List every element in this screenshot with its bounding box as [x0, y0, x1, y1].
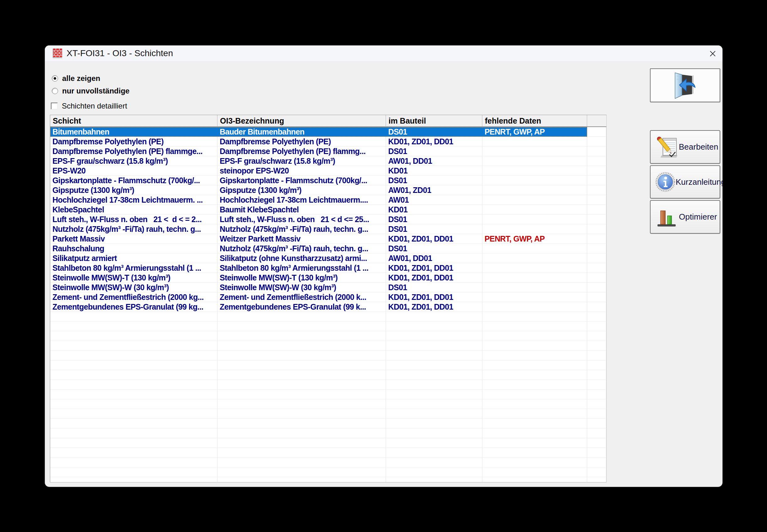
table-row[interactable] [50, 419, 606, 428]
cell-schicht [50, 438, 217, 448]
table-row[interactable]: Dampfbremse Polyethylen (PE) flammge... … [50, 146, 606, 156]
cell-fehlende-daten [482, 156, 587, 166]
cell-im-bauteil: DS01 [386, 244, 482, 253]
table-row[interactable] [50, 341, 606, 351]
table-row[interactable] [50, 428, 606, 438]
cell-spacer [587, 215, 606, 224]
info-icon [655, 172, 676, 192]
table-header: Schicht OI3-Bezeichnung im Bauteil fehle… [50, 115, 606, 127]
checkbox-schichten-detailliert[interactable] [51, 103, 58, 109]
table-row[interactable] [50, 380, 606, 390]
cell-schicht [50, 380, 217, 390]
table-row[interactable]: KlebeSpachtel Baumit KlebeSpachtel KD01 [50, 205, 606, 215]
cell-schicht: Zementgebundenes EPS-Granulat (99 kg... [50, 302, 217, 312]
cell-spacer [587, 322, 606, 331]
table-row[interactable] [50, 370, 606, 380]
table-row[interactable]: Steinwolle MW(SW)-T (130 kg/m³) Steinwol… [50, 273, 606, 283]
cell-spacer [587, 253, 606, 263]
cell-schicht [50, 399, 217, 409]
table-row[interactable] [50, 399, 606, 409]
radio-nur-unvollstaendige-label[interactable]: nur unvollständige [62, 87, 130, 95]
table-row[interactable] [50, 322, 606, 331]
table-row[interactable]: Silikatputz armiert Silikatputz (ohne Ku… [50, 253, 606, 263]
table-row[interactable]: Steinwolle MW(SW)-W (30 kg/m³) Steinwoll… [50, 283, 606, 292]
cell-spacer [587, 302, 606, 312]
cell-schicht [50, 341, 217, 351]
cell-oi3-bezeichnung [217, 370, 386, 380]
table-row[interactable] [50, 331, 606, 341]
cell-spacer [587, 292, 606, 302]
table-row[interactable]: EPS-W20 steinopor EPS-W20 KD01 [50, 166, 606, 176]
radio-alle-zeigen-label[interactable]: alle zeigen [62, 74, 100, 83]
column-header-oi3-bezeichnung[interactable]: OI3-Bezeichnung [217, 115, 386, 127]
radio-alle-zeigen[interactable] [52, 75, 58, 82]
cell-oi3-bezeichnung: Weitzer Parkett Massiv [217, 234, 386, 244]
cell-fehlende-daten [482, 341, 587, 351]
table-row[interactable]: Nutzholz (475kg/m³ -Fi/Ta) rauh, techn. … [50, 224, 606, 234]
cell-spacer [587, 399, 606, 409]
table-row[interactable] [50, 351, 606, 360]
cell-fehlende-daten [482, 370, 587, 380]
cell-oi3-bezeichnung [217, 467, 386, 477]
cell-fehlende-daten [482, 438, 587, 448]
cell-schicht [50, 312, 217, 322]
column-header-im-bauteil[interactable]: im Bauteil [386, 115, 482, 127]
table-row[interactable] [50, 477, 606, 482]
app-window: XT-FOI31 - OI3 - Schichten alle zeigen n… [45, 45, 722, 487]
cell-schicht: EPS-W20 [50, 166, 217, 176]
table-row[interactable]: Gipskartonplatte - Flammschutz (700kg/..… [50, 176, 606, 185]
column-header-schicht[interactable]: Schicht [50, 115, 217, 127]
table-row[interactable]: EPS-F grau/schwarz (15.8 kg/m³) EPS-F gr… [50, 156, 606, 166]
cell-fehlende-daten [482, 176, 587, 185]
cell-schicht: Steinwolle MW(SW)-T (130 kg/m³) [50, 273, 217, 283]
table-row[interactable]: Gipsputze (1300 kg/m³) Gipsputze (1300 k… [50, 185, 606, 195]
table-row[interactable]: Hochlochziegel 17-38cm Leichtmauerm. ...… [50, 195, 606, 205]
cell-oi3-bezeichnung [217, 448, 386, 458]
kurzanleitung-button[interactable]: Kurzanleitung [650, 165, 720, 199]
cell-schicht: EPS-F grau/schwarz (15.8 kg/m³) [50, 156, 217, 166]
table-row[interactable] [50, 448, 606, 458]
cell-im-bauteil: AW01, DD01 [386, 253, 482, 263]
optimierer-button[interactable]: Optimierer [650, 200, 720, 234]
exit-door-icon [671, 71, 700, 100]
table-row[interactable] [50, 390, 606, 399]
column-header-fehlende-daten[interactable]: fehlende Daten [482, 115, 587, 127]
cell-oi3-bezeichnung [217, 428, 386, 438]
table-row[interactable]: Stahlbeton 80 kg/m³ Armierungsstahl (1 .… [50, 263, 606, 273]
cell-spacer [587, 458, 606, 467]
cell-oi3-bezeichnung: Hochlochziegel 17-38cm Leichtmauerm.... [217, 195, 386, 205]
table-row[interactable] [50, 312, 606, 322]
cell-oi3-bezeichnung [217, 380, 386, 390]
cell-im-bauteil [386, 438, 482, 448]
table-row[interactable] [50, 409, 606, 419]
radio-nur-unvollstaendige[interactable] [52, 88, 58, 94]
bearbeiten-label: Bearbeiten [679, 142, 720, 152]
table-row[interactable] [50, 458, 606, 467]
table-row[interactable] [50, 467, 606, 477]
cell-oi3-bezeichnung [217, 331, 386, 341]
cell-fehlende-daten [482, 399, 587, 409]
bearbeiten-button[interactable]: Bearbeiten [650, 130, 720, 164]
checkbox-schichten-detailliert-label[interactable]: Schichten detailliert [62, 102, 127, 110]
cell-fehlende-daten [482, 253, 587, 263]
cell-schicht: Steinwolle MW(SW)-W (30 kg/m³) [50, 283, 217, 292]
cell-spacer [587, 448, 606, 458]
table-row[interactable]: Zement- und Zementfließestrich (2000 kg.… [50, 292, 606, 302]
cell-im-bauteil: AW01, ZD01 [386, 185, 482, 195]
close-button[interactable] [707, 48, 719, 60]
table-row[interactable]: Rauhschalung Nutzholz (475kg/m³ -Fi/Ta) … [50, 244, 606, 253]
exit-button[interactable] [650, 68, 720, 102]
cell-schicht [50, 419, 217, 428]
cell-fehlende-daten [482, 224, 587, 234]
table-row[interactable]: Parkett Massiv Weitzer Parkett Massiv KD… [50, 234, 606, 244]
cell-spacer [587, 244, 606, 253]
table-row[interactable]: Dampfbremse Polyethylen (PE) Dampfbremse… [50, 137, 606, 146]
cell-spacer [587, 312, 606, 322]
table-row[interactable]: Zementgebundenes EPS-Granulat (99 kg... … [50, 302, 606, 312]
table-row[interactable] [50, 360, 606, 370]
cell-schicht: Silikatputz armiert [50, 253, 217, 263]
table-row[interactable] [50, 438, 606, 448]
cell-spacer [587, 341, 606, 351]
table-row[interactable]: Luft steh., W-Fluss n. oben 21 < d < = 2… [50, 215, 606, 224]
table-row[interactable]: Bitumenbahnen Bauder Bitumenbahnen DS01 … [50, 127, 606, 137]
